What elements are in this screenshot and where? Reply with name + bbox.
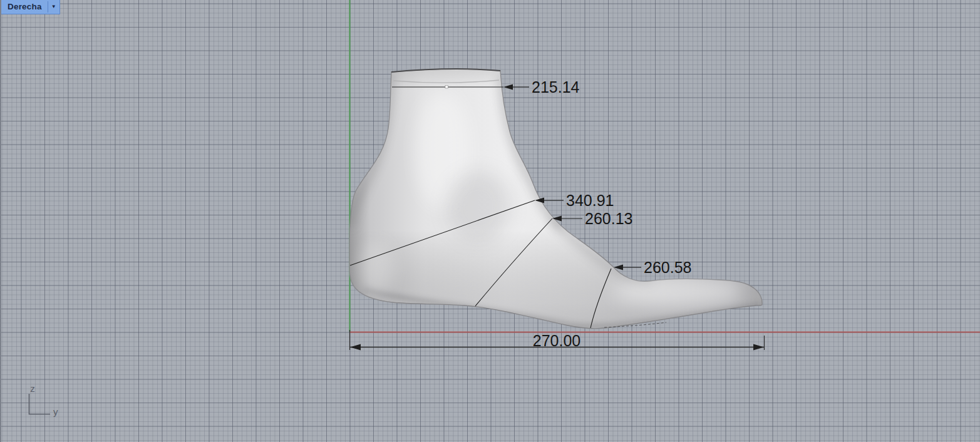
dimension-label[interactable]: 260.58: [644, 259, 691, 276]
dimension-ball-girth[interactable]: 260.58: [614, 259, 691, 276]
chevron-down-icon[interactable]: ▼: [48, 4, 59, 10]
dimension-label[interactable]: 260.13: [585, 210, 632, 227]
dimension-overall-length[interactable]: 270.00: [350, 330, 765, 351]
dimension-grip-point[interactable]: [445, 86, 448, 89]
dimension-label[interactable]: 270.00: [533, 332, 580, 349]
arrow-left-icon: [503, 85, 513, 90]
viewport-tab[interactable]: Derecha ▼: [1, 0, 60, 14]
dimension-instep-girth[interactable]: 260.13: [552, 210, 632, 227]
cad-scene[interactable]: 215.14 340.91 260.13 260.58 270.00: [1, 0, 980, 442]
dimension-long-heel-girth[interactable]: 340.91: [535, 192, 614, 209]
dimension-label[interactable]: 215.14: [532, 78, 580, 96]
arrow-left-icon: [350, 344, 361, 351]
viewport-title[interactable]: Derecha: [1, 2, 48, 13]
axis-z-label: z: [30, 383, 35, 394]
axis-y-label: y: [53, 406, 58, 417]
viewport-canvas[interactable]: Derecha ▼: [0, 0, 980, 442]
dimension-leg-opening[interactable]: 215.14: [503, 78, 580, 96]
foot-last-model[interactable]: [349, 69, 762, 329]
dimension-label[interactable]: 340.91: [566, 192, 614, 209]
arrow-right-icon: [753, 344, 764, 351]
axis-gizmo: z y: [29, 383, 59, 417]
